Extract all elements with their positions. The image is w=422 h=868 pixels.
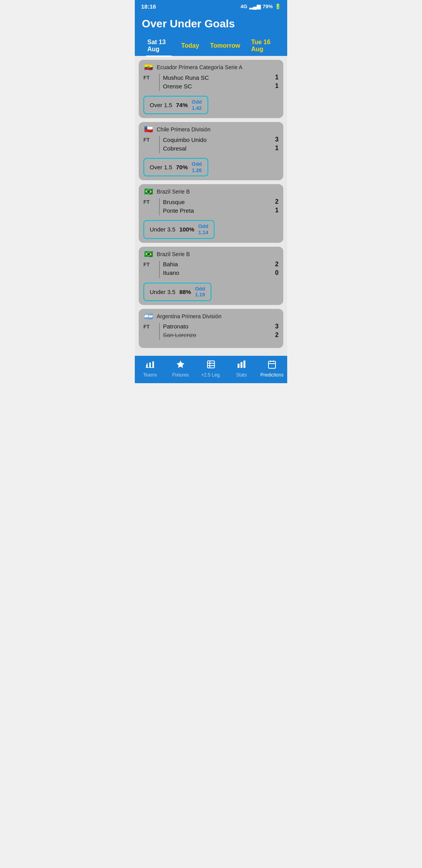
team2-name-2: Cobresal <box>163 145 186 152</box>
flag-brazil-4: 🇧🇷 <box>143 251 154 258</box>
match-row-2: FT Coquimbo Unido 3 Cobresal 1 <box>143 136 279 153</box>
pred-pct-3: 100% <box>179 226 194 233</box>
divider-2 <box>159 136 160 153</box>
league-row-2: 🇨🇱 Chile Primera División <box>143 126 279 133</box>
match-list: 🇪🇨 Ecuador Primera Categoría Serie A FT … <box>135 56 287 356</box>
match-card-5: 🇦🇷 Argentina Primera División FT Patrona… <box>139 309 283 348</box>
flag-ecuador: 🇪🇨 <box>143 64 154 71</box>
svg-rect-6 <box>207 361 215 368</box>
nav-teams[interactable]: Teams <box>138 360 162 378</box>
svg-rect-2 <box>152 361 154 368</box>
app-title: Over Under Goals <box>142 18 280 30</box>
team2-score-2: 1 <box>271 145 279 152</box>
prediction-badge-4[interactable]: Under 3.5 88% Odd1.19 <box>143 283 211 301</box>
league-name-5: Argentina Primera División <box>157 313 222 319</box>
team1-score-1: 1 <box>271 74 279 81</box>
predictions-icon <box>267 360 277 371</box>
fixtures-icon <box>176 360 185 371</box>
team1-name-5: Patronato <box>163 323 188 330</box>
match-card-2: 🇨🇱 Chile Primera División FT Coquimbo Un… <box>139 122 283 180</box>
prediction-badge-1[interactable]: Over 1.5 74% Odd1.42 <box>143 96 208 114</box>
team-row-3b: Ponte Preta 1 <box>163 207 279 214</box>
nav-predictions[interactable]: Predictions <box>260 360 284 378</box>
tab-tue16[interactable]: Tue 16 Aug <box>246 36 280 56</box>
team1-name-4: Bahia <box>163 261 178 267</box>
team1-name-3: Brusque <box>163 199 185 205</box>
flag-argentina: 🇦🇷 <box>143 313 154 320</box>
date-tabs: Sat 13 Aug Today Tomorrow Tue 16 Aug <box>142 36 280 56</box>
pred-type-2: Over 1.5 <box>150 164 172 170</box>
pred-type-3: Under 3.5 <box>150 226 175 233</box>
prediction-badge-3[interactable]: Under 3.5 100% Odd1.14 <box>143 220 215 239</box>
league-row-3: 🇧🇷 Brazil Serie B <box>143 188 279 195</box>
league-row-5: 🇦🇷 Argentina Primera División <box>143 313 279 320</box>
team2-name-3: Ponte Preta <box>163 207 194 214</box>
match-row-5: FT Patronato 3 San Lorenzo 2 <box>143 323 279 340</box>
battery-pct: 79% <box>263 4 273 9</box>
divider-4 <box>159 261 160 278</box>
league-name-4: Brazil Serie B <box>157 251 190 257</box>
svg-rect-11 <box>241 362 243 368</box>
match-row-1: FT Mushuc Runa SC 1 Orense SC 1 <box>143 74 279 91</box>
match-row-4: FT Bahia 2 Ituano 0 <box>143 261 279 278</box>
team2-score-5: 2 <box>271 332 279 339</box>
team2-name-5: San Lorenzo <box>163 332 196 338</box>
status-3: FT <box>143 199 156 205</box>
teams-col-4: Bahia 2 Ituano 0 <box>163 261 279 276</box>
svg-point-4 <box>147 363 148 364</box>
stats-icon <box>237 360 246 371</box>
svg-rect-10 <box>238 364 240 368</box>
nav-fixtures-label: Fixtures <box>172 372 189 378</box>
nav-fixtures[interactable]: Fixtures <box>169 360 192 378</box>
nav-leg25[interactable]: +2.5 Leg. <box>199 360 223 378</box>
nav-teams-label: Teams <box>143 372 157 378</box>
teams-col-1: Mushuc Runa SC 1 Orense SC 1 <box>163 74 279 90</box>
pred-odd-3: Odd1.14 <box>198 223 208 235</box>
bottom-nav: Teams Fixtures +2.5 Leg. S <box>135 356 287 383</box>
prediction-badge-2[interactable]: Over 1.5 70% Odd1.26 <box>143 158 208 176</box>
status-4: FT <box>143 262 156 267</box>
battery-icon: 🔋 <box>275 4 281 9</box>
team-row-1b: Orense SC 1 <box>163 82 279 90</box>
team1-score-5: 3 <box>271 323 279 330</box>
teams-col-5: Patronato 3 San Lorenzo 2 <box>163 323 279 339</box>
divider-3 <box>159 198 160 215</box>
team-row-2a: Coquimbo Unido 3 <box>163 136 279 143</box>
leg25-icon <box>206 360 216 371</box>
match-card-3: 🇧🇷 Brazil Serie B FT Brusque 2 Ponte Pre… <box>139 184 283 242</box>
teams-col-3: Brusque 2 Ponte Preta 1 <box>163 198 279 214</box>
teams-icon <box>145 360 155 371</box>
team-row-2b: Cobresal 1 <box>163 145 279 152</box>
match-card-1: 🇪🇨 Ecuador Primera Categoría Serie A FT … <box>139 60 283 118</box>
league-name-2: Chile Primera División <box>157 126 211 133</box>
tab-sat13[interactable]: Sat 13 Aug <box>142 36 176 56</box>
flag-brazil-3: 🇧🇷 <box>143 188 154 195</box>
pred-odd-1: Odd1.42 <box>192 99 202 111</box>
team1-score-3: 2 <box>271 198 279 205</box>
status-5: FT <box>143 324 156 330</box>
divider-1 <box>159 74 160 91</box>
team-row-3a: Brusque 2 <box>163 198 279 205</box>
team2-score-1: 1 <box>271 82 279 90</box>
status-bar: 18:16 4G ▂▄▆ 79% 🔋 <box>135 0 287 13</box>
team-row-5b: San Lorenzo 2 <box>163 332 279 339</box>
nav-leg25-label: +2.5 Leg. <box>201 372 221 378</box>
pred-odd-2: Odd1.26 <box>192 161 202 173</box>
tab-today[interactable]: Today <box>176 39 205 52</box>
league-row-1: 🇪🇨 Ecuador Primera Categoría Serie A <box>143 64 279 71</box>
signal-bars: ▂▄▆ <box>249 4 261 9</box>
match-card-4: 🇧🇷 Brazil Serie B FT Bahia 2 Ituano 0 Un… <box>139 247 283 305</box>
nav-stats[interactable]: Stats <box>230 360 253 378</box>
team-row-5a: Patronato 3 <box>163 323 279 330</box>
team2-score-4: 0 <box>271 269 279 276</box>
svg-rect-13 <box>268 361 275 368</box>
status-2: FT <box>143 137 156 143</box>
pred-odd-4: Odd1.19 <box>195 286 205 298</box>
team2-name-4: Ituano <box>163 269 179 276</box>
tab-tomorrow[interactable]: Tomorrow <box>205 39 246 52</box>
nav-predictions-label: Predictions <box>260 372 283 378</box>
teams-col-2: Coquimbo Unido 3 Cobresal 1 <box>163 136 279 152</box>
team1-name-2: Coquimbo Unido <box>163 136 207 143</box>
svg-marker-5 <box>177 360 184 368</box>
divider-5 <box>159 323 160 340</box>
